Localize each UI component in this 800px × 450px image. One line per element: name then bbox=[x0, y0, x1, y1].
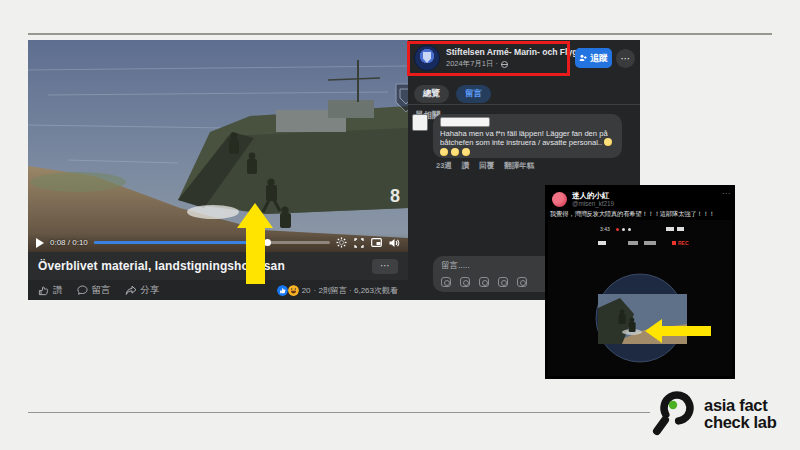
laughing-emoji-icon bbox=[440, 148, 448, 156]
share-arrow-icon bbox=[125, 285, 137, 296]
tab-overview[interactable]: 總覽 bbox=[414, 85, 449, 103]
comment-view-counts: · 2則留言 · 6,263次觀看 bbox=[314, 285, 398, 296]
picture-in-picture-icon[interactable] bbox=[371, 238, 382, 247]
hud-white-dot bbox=[628, 228, 631, 231]
comment-reply-button[interactable]: 回覆 bbox=[479, 161, 494, 171]
comment-bubble-icon bbox=[77, 285, 88, 296]
repost-avatar[interactable] bbox=[552, 192, 567, 207]
hud-red-dot bbox=[616, 228, 619, 231]
panel-tabs: 總覽 留言 bbox=[414, 85, 491, 103]
hull-number: 8 bbox=[390, 186, 400, 206]
video-player[interactable]: 8 0:08 / 0:10 bbox=[28, 40, 408, 300]
hud-mode-icon bbox=[598, 241, 606, 245]
hud-white-dot bbox=[622, 228, 625, 231]
annotation-arrow-up bbox=[246, 228, 265, 284]
follow-plus-icon bbox=[579, 54, 587, 62]
video-more-button[interactable]: ⋯ bbox=[372, 259, 398, 274]
video-title-bar: Överblivet material, landstigningshoppsa… bbox=[28, 252, 408, 280]
brand-logo: asia fact check lab bbox=[649, 388, 777, 440]
post-actions: 讚 留言 分享 20 · 2則留言 · 6,263次觀看 bbox=[28, 280, 408, 300]
battery-icon bbox=[677, 227, 684, 231]
scope-photo bbox=[598, 294, 687, 344]
thumbs-up-icon bbox=[38, 285, 49, 296]
laughing-emoji-icon bbox=[462, 148, 470, 156]
follow-button[interactable]: 追蹤 bbox=[575, 48, 612, 68]
repost-screenshot: 迷人的小紅 @misen_kf219 ⋯ 我覺得，灣灣反攻大陸真的有希望！！！這… bbox=[545, 185, 735, 379]
hud-timestamp: 3:43 bbox=[600, 226, 610, 232]
sticker-icon[interactable] bbox=[517, 277, 527, 287]
neutral-emoji-icon bbox=[451, 148, 459, 156]
comment-like-button[interactable]: 讚 bbox=[462, 161, 470, 171]
comment-translate-button[interactable]: 翻譯年糕 bbox=[504, 161, 534, 171]
hud-row-bottom: REC bbox=[548, 240, 732, 247]
video-time: 0:08 / 0:10 bbox=[50, 238, 88, 247]
commenter-name-blurred bbox=[440, 117, 490, 127]
like-button[interactable]: 讚 bbox=[38, 284, 63, 297]
video-progress-bar[interactable] bbox=[94, 241, 330, 244]
hud-value bbox=[644, 241, 656, 245]
hud-row-top: 3:43 bbox=[548, 226, 732, 233]
camera-icon[interactable] bbox=[479, 277, 489, 287]
magnifier-logo-icon bbox=[649, 388, 699, 440]
laughing-emoji-icon bbox=[604, 138, 612, 146]
post-more-button[interactable]: ⋯ bbox=[616, 49, 635, 68]
commenter-avatar-blurred bbox=[412, 114, 428, 131]
repost-video[interactable]: 3:43 REC bbox=[548, 220, 732, 376]
avatar-sticker-icon[interactable] bbox=[441, 277, 451, 287]
top-divider bbox=[28, 33, 772, 35]
haha-reaction-icon bbox=[288, 285, 299, 296]
video-controls: 0:08 / 0:10 bbox=[28, 233, 408, 252]
red-highlight-box bbox=[407, 41, 570, 76]
like-reaction-icon bbox=[277, 285, 288, 296]
emoji-icon[interactable] bbox=[460, 277, 470, 287]
hud-value bbox=[628, 241, 638, 245]
rec-dot-icon bbox=[672, 241, 676, 245]
bottom-divider bbox=[28, 412, 650, 413]
reaction-count: 20 bbox=[302, 286, 311, 295]
comment-meta: 23週 讚 回覆 翻譯年糕 bbox=[436, 161, 534, 171]
repost-handle: @misen_kf219 bbox=[572, 200, 614, 207]
tab-comments[interactable]: 留言 bbox=[456, 85, 491, 103]
comment-bubble: Hahaha men va f*n fäll läppen! Lägger fa… bbox=[433, 114, 622, 158]
settings-gear-icon[interactable] bbox=[336, 237, 347, 248]
comment-button[interactable]: 留言 bbox=[77, 284, 111, 297]
repost-more-button[interactable]: ⋯ bbox=[722, 189, 730, 198]
comment-text: Hahaha men va f*n fäll läppen! Lägger fa… bbox=[440, 129, 615, 157]
repost-text: 我覺得，灣灣反攻大陸真的有希望！！！這部隊太強了！！！ bbox=[550, 210, 732, 219]
tabs-divider bbox=[408, 104, 640, 105]
signal-icon bbox=[666, 227, 674, 231]
share-button[interactable]: 分享 bbox=[125, 284, 160, 297]
rec-label: REC bbox=[678, 240, 689, 246]
play-button[interactable] bbox=[36, 238, 44, 248]
fullscreen-icon[interactable] bbox=[354, 238, 364, 248]
volume-icon[interactable] bbox=[389, 238, 400, 248]
video-frame: 8 bbox=[28, 40, 408, 252]
brand-name: asia fact check lab bbox=[704, 397, 777, 431]
fact-check-composite: 8 0:08 / 0:10 bbox=[0, 0, 800, 450]
post-stats: 20 · 2則留言 · 6,263次觀看 bbox=[277, 285, 398, 296]
gif-icon[interactable] bbox=[498, 277, 508, 287]
comment-age: 23週 bbox=[436, 161, 452, 171]
